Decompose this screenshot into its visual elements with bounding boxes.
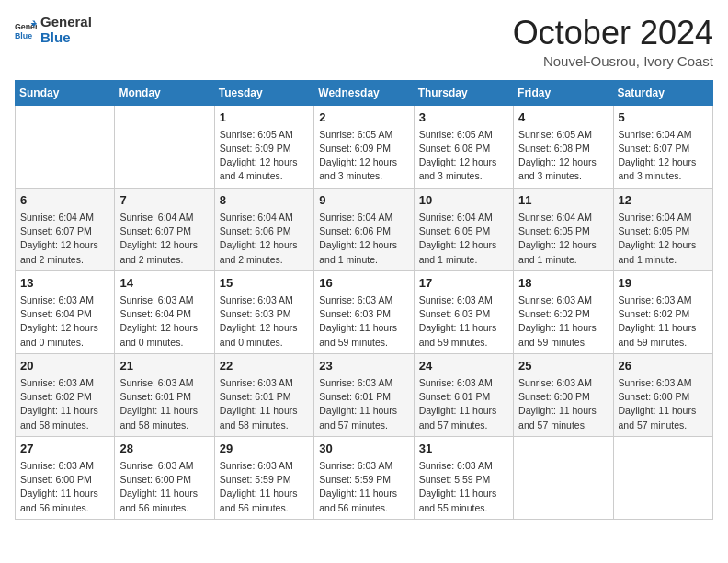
day-info: Sunrise: 6:03 AM Sunset: 6:02 PM Dayligh…	[518, 293, 608, 350]
day-number: 29	[220, 441, 309, 457]
calendar-cell: 14Sunrise: 6:03 AM Sunset: 6:04 PM Dayli…	[115, 270, 214, 353]
calendar-cell: 16Sunrise: 6:03 AM Sunset: 6:03 PM Dayli…	[314, 270, 414, 353]
day-info: Sunrise: 6:03 AM Sunset: 6:02 PM Dayligh…	[20, 376, 109, 432]
calendar-cell: 28Sunrise: 6:03 AM Sunset: 6:00 PM Dayli…	[115, 436, 214, 519]
calendar-cell: 26Sunrise: 6:03 AM Sunset: 6:00 PM Dayli…	[613, 353, 712, 436]
day-number: 13	[20, 275, 109, 292]
week-row-5: 27Sunrise: 6:03 AM Sunset: 6:00 PM Dayli…	[16, 436, 713, 519]
day-number: 4	[518, 109, 608, 126]
day-info: Sunrise: 6:03 AM Sunset: 6:00 PM Dayligh…	[119, 459, 209, 515]
calendar-cell: 13Sunrise: 6:03 AM Sunset: 6:04 PM Dayli…	[16, 270, 115, 353]
day-info: Sunrise: 6:05 AM Sunset: 6:09 PM Dayligh…	[220, 128, 309, 184]
calendar-cell: 29Sunrise: 6:03 AM Sunset: 5:59 PM Dayli…	[214, 436, 313, 519]
day-header-monday: Monday	[115, 80, 214, 105]
calendar-cell: 22Sunrise: 6:03 AM Sunset: 6:01 PM Dayli…	[214, 353, 313, 436]
day-info: Sunrise: 6:03 AM Sunset: 6:00 PM Dayligh…	[619, 376, 708, 432]
day-number: 30	[319, 441, 408, 457]
day-info: Sunrise: 6:03 AM Sunset: 6:00 PM Dayligh…	[518, 376, 608, 432]
calendar-cell	[514, 436, 613, 519]
calendar-cell: 18Sunrise: 6:03 AM Sunset: 6:02 PM Dayli…	[514, 270, 613, 353]
calendar-cell: 19Sunrise: 6:03 AM Sunset: 6:02 PM Dayli…	[613, 270, 712, 353]
calendar-cell	[16, 105, 115, 188]
day-info: Sunrise: 6:03 AM Sunset: 5:59 PM Dayligh…	[319, 459, 408, 515]
day-info: Sunrise: 6:03 AM Sunset: 6:02 PM Dayligh…	[619, 293, 708, 350]
day-number: 28	[119, 441, 209, 457]
day-info: Sunrise: 6:03 AM Sunset: 6:01 PM Dayligh…	[419, 376, 508, 432]
calendar-cell: 27Sunrise: 6:03 AM Sunset: 6:00 PM Dayli…	[16, 436, 115, 519]
calendar-cell: 25Sunrise: 6:03 AM Sunset: 6:00 PM Dayli…	[514, 353, 613, 436]
day-number: 25	[518, 358, 608, 374]
day-info: Sunrise: 6:04 AM Sunset: 6:07 PM Dayligh…	[619, 128, 708, 184]
calendar-cell: 17Sunrise: 6:03 AM Sunset: 6:03 PM Dayli…	[414, 270, 513, 353]
day-info: Sunrise: 6:03 AM Sunset: 6:03 PM Dayligh…	[319, 293, 408, 350]
days-header-row: SundayMondayTuesdayWednesdayThursdayFrid…	[16, 80, 713, 105]
day-number: 20	[20, 358, 109, 374]
calendar-cell: 5Sunrise: 6:04 AM Sunset: 6:07 PM Daylig…	[613, 105, 712, 188]
day-number: 24	[419, 358, 508, 374]
day-header-thursday: Thursday	[414, 80, 513, 105]
day-header-wednesday: Wednesday	[314, 80, 414, 105]
calendar-body: 1Sunrise: 6:05 AM Sunset: 6:09 PM Daylig…	[16, 105, 713, 519]
calendar-cell: 3Sunrise: 6:05 AM Sunset: 6:08 PM Daylig…	[414, 105, 513, 188]
day-info: Sunrise: 6:03 AM Sunset: 5:59 PM Dayligh…	[419, 459, 508, 515]
day-number: 2	[319, 109, 408, 126]
calendar-cell: 9Sunrise: 6:04 AM Sunset: 6:06 PM Daylig…	[314, 188, 414, 270]
logo: General Blue General Blue	[15, 15, 92, 45]
day-info: Sunrise: 6:04 AM Sunset: 6:06 PM Dayligh…	[220, 211, 309, 267]
calendar-cell: 30Sunrise: 6:03 AM Sunset: 5:59 PM Dayli…	[314, 436, 414, 519]
calendar-cell: 10Sunrise: 6:04 AM Sunset: 6:05 PM Dayli…	[414, 188, 513, 270]
logo-blue: Blue	[40, 30, 92, 46]
week-row-1: 1Sunrise: 6:05 AM Sunset: 6:09 PM Daylig…	[16, 105, 713, 188]
day-number: 5	[619, 109, 708, 126]
day-number: 22	[220, 358, 309, 374]
day-number: 21	[119, 358, 209, 374]
week-row-2: 6Sunrise: 6:04 AM Sunset: 6:07 PM Daylig…	[16, 188, 713, 270]
day-number: 14	[119, 275, 209, 292]
day-info: Sunrise: 6:05 AM Sunset: 6:09 PM Dayligh…	[319, 128, 408, 184]
calendar-cell: 23Sunrise: 6:03 AM Sunset: 6:01 PM Dayli…	[314, 353, 414, 436]
day-info: Sunrise: 6:03 AM Sunset: 6:01 PM Dayligh…	[220, 376, 309, 432]
calendar-cell: 7Sunrise: 6:04 AM Sunset: 6:07 PM Daylig…	[115, 188, 214, 270]
calendar-cell: 20Sunrise: 6:03 AM Sunset: 6:02 PM Dayli…	[16, 353, 115, 436]
day-info: Sunrise: 6:03 AM Sunset: 6:04 PM Dayligh…	[119, 293, 209, 350]
day-number: 23	[319, 358, 408, 374]
day-info: Sunrise: 6:03 AM Sunset: 6:01 PM Dayligh…	[319, 376, 408, 432]
calendar-cell: 24Sunrise: 6:03 AM Sunset: 6:01 PM Dayli…	[414, 353, 513, 436]
day-number: 26	[619, 358, 708, 374]
day-number: 3	[419, 109, 508, 126]
day-header-friday: Friday	[514, 80, 613, 105]
svg-text:Blue: Blue	[15, 30, 32, 40]
week-row-4: 20Sunrise: 6:03 AM Sunset: 6:02 PM Dayli…	[16, 353, 713, 436]
day-info: Sunrise: 6:03 AM Sunset: 6:03 PM Dayligh…	[220, 293, 309, 350]
day-number: 18	[518, 275, 608, 292]
day-header-saturday: Saturday	[613, 80, 712, 105]
day-number: 19	[619, 275, 708, 292]
day-number: 15	[220, 275, 309, 292]
day-info: Sunrise: 6:04 AM Sunset: 6:05 PM Dayligh…	[518, 211, 608, 267]
calendar-cell: 21Sunrise: 6:03 AM Sunset: 6:01 PM Dayli…	[115, 353, 214, 436]
week-row-3: 13Sunrise: 6:03 AM Sunset: 6:04 PM Dayli…	[16, 270, 713, 353]
day-number: 1	[220, 109, 309, 126]
day-info: Sunrise: 6:05 AM Sunset: 6:08 PM Dayligh…	[518, 128, 608, 184]
calendar-cell: 31Sunrise: 6:03 AM Sunset: 5:59 PM Dayli…	[414, 436, 513, 519]
day-info: Sunrise: 6:04 AM Sunset: 6:07 PM Dayligh…	[119, 211, 209, 267]
header: General Blue General Blue October 2024 N…	[15, 15, 713, 69]
day-number: 31	[419, 441, 508, 457]
day-number: 9	[319, 192, 408, 209]
day-number: 16	[319, 275, 408, 292]
day-number: 8	[220, 192, 309, 209]
day-info: Sunrise: 6:05 AM Sunset: 6:08 PM Dayligh…	[419, 128, 508, 184]
calendar-cell	[115, 105, 214, 188]
calendar-cell: 11Sunrise: 6:04 AM Sunset: 6:05 PM Dayli…	[514, 188, 613, 270]
calendar-cell: 12Sunrise: 6:04 AM Sunset: 6:05 PM Dayli…	[613, 188, 712, 270]
day-info: Sunrise: 6:03 AM Sunset: 5:59 PM Dayligh…	[220, 459, 309, 515]
calendar-cell: 6Sunrise: 6:04 AM Sunset: 6:07 PM Daylig…	[16, 188, 115, 270]
day-info: Sunrise: 6:03 AM Sunset: 6:04 PM Dayligh…	[20, 293, 109, 350]
calendar-cell: 2Sunrise: 6:05 AM Sunset: 6:09 PM Daylig…	[314, 105, 414, 188]
day-info: Sunrise: 6:04 AM Sunset: 6:05 PM Dayligh…	[619, 211, 708, 267]
day-header-tuesday: Tuesday	[214, 80, 313, 105]
day-number: 10	[419, 192, 508, 209]
logo-icon: General Blue	[15, 19, 37, 41]
day-number: 11	[518, 192, 608, 209]
day-number: 7	[119, 192, 209, 209]
